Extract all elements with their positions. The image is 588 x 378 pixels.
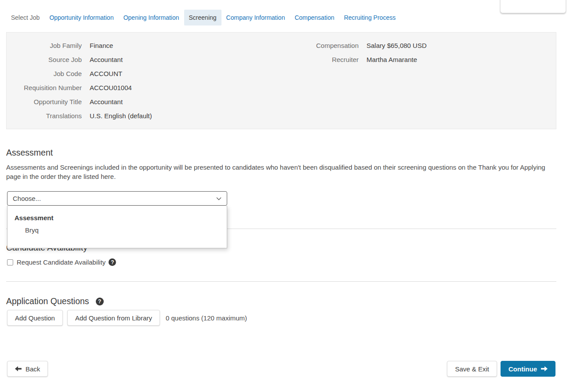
save-exit-button[interactable]: Save & Exit — [447, 361, 497, 377]
job-family-label: Job Family — [7, 42, 82, 49]
summary-row-translations: Translations U.S. English (default) — [7, 109, 282, 123]
application-questions-heading: Application Questions — [6, 297, 89, 306]
recruiter-value: Martha Amarante — [367, 56, 417, 63]
request-candidate-availability-checkbox[interactable] — [7, 259, 13, 265]
tab-opening-information[interactable]: Opening Information — [119, 10, 184, 25]
summary-row-source-job: Source Job Accountant — [7, 52, 282, 66]
continue-button[interactable]: Continue — [501, 361, 555, 377]
footer-right-actions: Save & Exit Continue — [447, 361, 555, 377]
dropdown-option-bryq[interactable]: Bryq — [25, 226, 227, 234]
requisition-number-value: ACCOU01004 — [90, 84, 132, 91]
wizard-footer: Back Save & Exit Continue — [7, 361, 555, 377]
job-code-label: Job Code — [7, 70, 82, 77]
arrow-right-icon — [541, 366, 548, 371]
summary-row-job-code: Job Code ACCOUNT — [7, 66, 282, 80]
translations-label: Translations — [7, 112, 82, 120]
help-icon[interactable]: ? — [96, 298, 104, 305]
back-button[interactable]: Back — [7, 361, 48, 377]
requisition-number-label: Requisition Number — [7, 84, 82, 91]
question-count-text: 0 questions (120 maximum) — [166, 314, 247, 322]
summary-row-recruiter: Recruiter Martha Amarante — [282, 52, 556, 66]
add-question-from-library-button[interactable]: Add Question from Library — [67, 310, 160, 326]
cutoff-top-button[interactable] — [500, 0, 566, 13]
tab-company-information[interactable]: Company Information — [221, 10, 290, 25]
request-candidate-availability-row: Request Candidate Availability ? — [7, 258, 588, 266]
arrow-left-icon — [15, 366, 22, 371]
compensation-value: Salary $65,080 USD — [367, 42, 427, 49]
dropdown-group-assessment: Assessment — [15, 214, 227, 222]
job-code-value: ACCOUNT — [90, 70, 122, 77]
recruiter-label: Recruiter — [282, 56, 359, 63]
summary-row-requisition-number: Requisition Number ACCOU01004 — [7, 80, 282, 94]
job-summary-right-column: Compensation Salary $65,080 USD Recruite… — [282, 38, 556, 123]
assessment-description: Assessments and Screenings included in t… — [6, 163, 556, 181]
back-button-label: Back — [25, 365, 40, 373]
assessment-heading: Assessment — [6, 148, 588, 157]
assessment-select-value: Choose... — [13, 195, 41, 202]
compensation-label: Compensation — [282, 42, 359, 49]
assessment-dropdown-menu: Assessment Bryq — [7, 206, 227, 248]
continue-button-label: Continue — [508, 365, 537, 373]
assessment-select-wrap: Choose... Assessment Bryq — [7, 191, 227, 206]
tab-compensation[interactable]: Compensation — [290, 10, 339, 25]
chevron-down-icon — [216, 197, 221, 200]
translations-value: U.S. English (default) — [90, 112, 152, 120]
summary-row-compensation: Compensation Salary $65,080 USD — [282, 38, 556, 52]
summary-row-job-family: Job Family Finance — [7, 38, 282, 52]
summary-row-opportunity-title: Opportunity Title Accountant — [7, 94, 282, 109]
screening-step-page: Select Job Opportunity Information Openi… — [0, 10, 588, 378]
opportunity-title-value: Accountant — [90, 98, 123, 105]
tab-screening[interactable]: Screening — [184, 10, 221, 25]
help-icon[interactable]: ? — [109, 258, 116, 266]
source-job-value: Accountant — [90, 56, 123, 63]
application-questions-header: Application Questions ? — [6, 297, 588, 306]
job-family-value: Finance — [90, 42, 113, 49]
source-job-label: Source Job — [7, 56, 82, 63]
add-question-button[interactable]: Add Question — [7, 310, 63, 326]
job-summary-panel: Job Family Finance Source Job Accountant… — [6, 32, 556, 129]
opportunity-title-label: Opportunity Title — [7, 98, 82, 105]
request-candidate-availability-label: Request Candidate Availability — [17, 258, 105, 266]
job-summary-left-column: Job Family Finance Source Job Accountant… — [7, 38, 282, 123]
section-divider — [6, 281, 556, 282]
application-questions-actions: Add Question Add Question from Library 0… — [7, 310, 588, 326]
tab-select-job: Select Job — [6, 10, 44, 25]
tab-recruiting-process[interactable]: Recruiting Process — [339, 10, 401, 25]
assessment-select[interactable]: Choose... — [7, 191, 227, 206]
tab-opportunity-information[interactable]: Opportunity Information — [44, 10, 118, 25]
